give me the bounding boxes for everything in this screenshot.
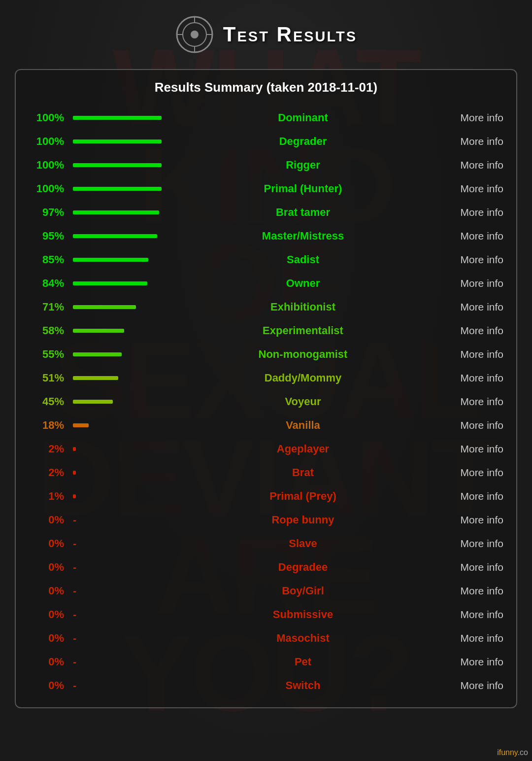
more-info-button[interactable]: More info xyxy=(438,561,507,573)
more-info-button[interactable]: More info xyxy=(438,467,507,479)
result-percent: 2% xyxy=(25,466,69,479)
more-info-button[interactable]: More info xyxy=(438,538,507,550)
header: Test Results xyxy=(0,0,532,64)
result-bar xyxy=(69,423,167,427)
table-row: 55% Non-monogamist More info xyxy=(21,343,511,366)
result-bar xyxy=(69,234,167,238)
result-bar xyxy=(69,471,167,475)
results-card: Results Summary (taken 2018-11-01) 100% … xyxy=(15,69,517,708)
result-bar xyxy=(69,139,167,143)
result-bar: - xyxy=(69,656,167,668)
table-row: 0% - Rope bunny More info xyxy=(21,508,511,532)
table-row: 0% - Boy/Girl More info xyxy=(21,579,511,603)
result-name: Masochist xyxy=(167,632,438,645)
result-percent: 100% xyxy=(25,159,69,172)
result-bar xyxy=(69,210,167,214)
result-percent: 0% xyxy=(25,585,69,597)
result-percent: 1% xyxy=(25,490,69,503)
more-info-button[interactable]: More info xyxy=(438,609,507,621)
result-name: Vanilla xyxy=(167,419,438,432)
more-info-button[interactable]: More info xyxy=(438,656,507,668)
more-info-button[interactable]: More info xyxy=(438,136,507,147)
table-row: 2% Brat More info xyxy=(21,461,511,484)
svg-point-2 xyxy=(191,31,199,38)
result-bar: - xyxy=(69,632,167,645)
more-info-button[interactable]: More info xyxy=(438,301,507,313)
result-name: Brat xyxy=(167,466,438,479)
result-percent: 84% xyxy=(25,277,69,290)
more-info-button[interactable]: More info xyxy=(438,230,507,242)
result-name: Exhibitionist xyxy=(167,301,438,313)
result-name: Daddy/Mommy xyxy=(167,372,438,384)
result-bar xyxy=(69,447,167,451)
more-info-button[interactable]: More info xyxy=(438,396,507,408)
more-info-button[interactable]: More info xyxy=(438,514,507,526)
more-info-button[interactable]: More info xyxy=(438,207,507,218)
result-name: Ageplayer xyxy=(167,443,438,455)
result-name: Boy/Girl xyxy=(167,585,438,597)
result-name: Sadist xyxy=(167,253,438,266)
result-percent: 45% xyxy=(25,395,69,408)
result-bar: - xyxy=(69,537,167,550)
result-bar xyxy=(69,281,167,285)
result-bar xyxy=(69,305,167,309)
table-row: 0% - Degradee More info xyxy=(21,555,511,579)
result-name: Dominant xyxy=(167,111,438,124)
result-name: Master/Mistress xyxy=(167,230,438,242)
result-percent: 100% xyxy=(25,182,69,195)
result-name: Experimentalist xyxy=(167,324,438,337)
result-name: Switch xyxy=(167,679,438,692)
more-info-button[interactable]: More info xyxy=(438,585,507,597)
result-percent: 55% xyxy=(25,348,69,361)
result-percent: 0% xyxy=(25,561,69,574)
result-name: Submissive xyxy=(167,608,438,621)
result-bar xyxy=(69,400,167,404)
result-percent: 100% xyxy=(25,111,69,124)
table-row: 2% Ageplayer More info xyxy=(21,437,511,461)
result-percent: 71% xyxy=(25,301,69,313)
result-name: Degradee xyxy=(167,561,438,574)
result-name: Voyeur xyxy=(167,395,438,408)
results-list: 100% Dominant More info 100% Degrader Mo… xyxy=(21,106,511,697)
table-row: 51% Daddy/Mommy More info xyxy=(21,366,511,390)
result-percent: 0% xyxy=(25,656,69,668)
more-info-button[interactable]: More info xyxy=(438,348,507,360)
result-bar xyxy=(69,352,167,356)
result-percent: 97% xyxy=(25,206,69,219)
table-row: 97% Brat tamer More info xyxy=(21,201,511,224)
result-name: Rope bunny xyxy=(167,514,438,526)
more-info-button[interactable]: More info xyxy=(438,443,507,455)
more-info-button[interactable]: More info xyxy=(438,277,507,289)
more-info-button[interactable]: More info xyxy=(438,490,507,502)
more-info-button[interactable]: More info xyxy=(438,632,507,644)
result-name: Owner xyxy=(167,277,438,290)
summary-title: Results Summary (taken 2018-11-01) xyxy=(21,80,511,95)
table-row: 85% Sadist More info xyxy=(21,248,511,272)
result-name: Rigger xyxy=(167,159,438,172)
more-info-button[interactable]: More info xyxy=(438,419,507,431)
result-bar xyxy=(69,187,167,191)
result-percent: 85% xyxy=(25,253,69,266)
result-bar xyxy=(69,329,167,333)
result-name: Primal (Prey) xyxy=(167,490,438,503)
table-row: 0% - Submissive More info xyxy=(21,603,511,626)
more-info-button[interactable]: More info xyxy=(438,680,507,692)
result-bar xyxy=(69,494,167,498)
table-row: 100% Primal (Hunter) More info xyxy=(21,177,511,201)
result-bar: - xyxy=(69,514,167,526)
table-row: 100% Degrader More info xyxy=(21,130,511,153)
more-info-button[interactable]: More info xyxy=(438,159,507,171)
page-title: Test Results xyxy=(223,23,357,46)
site-logo xyxy=(175,15,214,54)
more-info-button[interactable]: More info xyxy=(438,183,507,195)
result-name: Degrader xyxy=(167,135,438,148)
more-info-button[interactable]: More info xyxy=(438,112,507,124)
more-info-button[interactable]: More info xyxy=(438,325,507,337)
table-row: 95% Master/Mistress More info xyxy=(21,224,511,248)
table-row: 18% Vanilla More info xyxy=(21,414,511,437)
more-info-button[interactable]: More info xyxy=(438,372,507,384)
result-bar xyxy=(69,376,167,380)
result-percent: 0% xyxy=(25,632,69,645)
table-row: 100% Dominant More info xyxy=(21,106,511,130)
more-info-button[interactable]: More info xyxy=(438,254,507,266)
